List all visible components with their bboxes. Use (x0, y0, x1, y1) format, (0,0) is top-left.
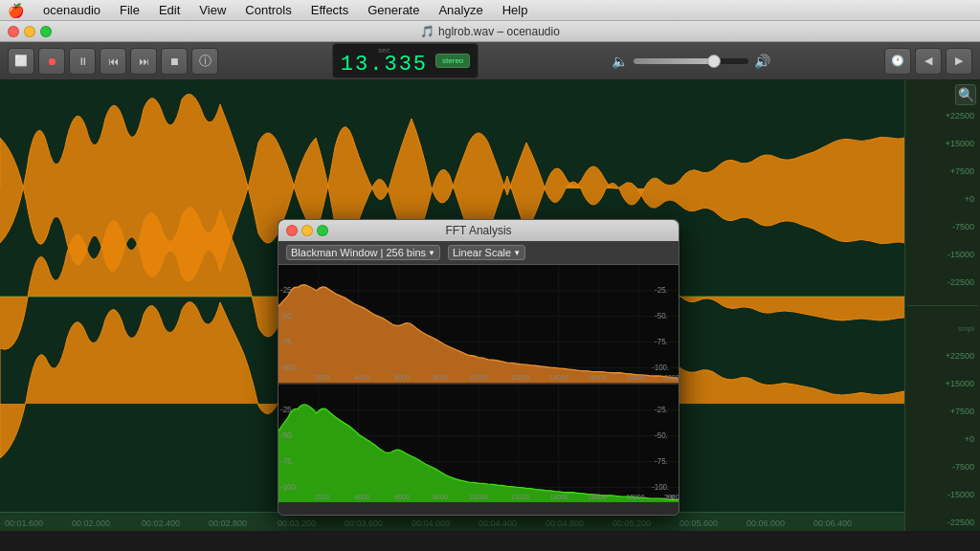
svg-text:10000: 10000 (469, 373, 487, 382)
svg-text:-100.: -100. (652, 363, 669, 371)
fft-chart-area: -25. -50. -75. -100. -25. -50. -75. -100… (278, 265, 679, 502)
info-button[interactable]: ⓘ (191, 48, 218, 75)
svg-text:6000: 6000 (394, 373, 409, 382)
scale-n7500-1: -7500 (907, 222, 978, 231)
svg-text:-25.: -25. (280, 286, 294, 295)
volume-thumb[interactable] (707, 55, 721, 68)
svg-text:2000: 2000 (315, 373, 329, 382)
menu-view[interactable]: View (191, 1, 234, 19)
record-button[interactable]: ⏺ (38, 48, 65, 75)
minimize-button[interactable] (24, 26, 35, 37)
timeline-label-5: 00:03.600 (345, 518, 383, 528)
svg-text:16000: 16000 (588, 493, 606, 501)
svg-text:-50.: -50. (655, 430, 668, 439)
time-display: sec 13.335 stereo (332, 43, 479, 78)
fft-minimize-button[interactable] (301, 225, 313, 236)
fft-window-dropdown[interactable]: Blackman Window | 256 bins ▼ (286, 245, 440, 260)
timeline-label-3: 00:02.800 (209, 518, 247, 528)
timeline-label-12: 00:06.400 (813, 518, 852, 528)
volume-fill (634, 58, 714, 64)
menu-effects[interactable]: Effects (303, 1, 357, 19)
menu-edit[interactable]: Edit (151, 1, 188, 19)
menu-help[interactable]: Help (495, 1, 536, 19)
svg-text:18000: 18000 (626, 493, 644, 501)
title-bar: 🎵 hglrob.wav – ocenaudio (0, 21, 980, 42)
fft-scale-dropdown[interactable]: Linear Scale ▼ (448, 245, 525, 260)
zoom-button[interactable]: 🔍 (955, 84, 976, 105)
maximize-button[interactable] (40, 26, 52, 37)
svg-text:16000: 16000 (588, 373, 606, 382)
menu-controls[interactable]: Controls (237, 1, 299, 19)
timeline-label-7: 00:04.400 (479, 518, 517, 528)
title-label: hglrob.wav – ocenaudio (438, 25, 560, 38)
nav-back-button[interactable]: ◀ (915, 48, 942, 75)
menu-generate[interactable]: Generate (360, 1, 427, 19)
volume-high-icon: 🔊 (754, 54, 770, 69)
scale-7500-1: +7500 (907, 166, 978, 176)
svg-text:10000: 10000 (469, 493, 487, 501)
svg-text:-100.: -100. (280, 363, 298, 371)
fft-channel-1: -25. -50. -75. -100. -25. -50. -75. -100… (278, 265, 679, 385)
fft-maximize-button[interactable] (317, 225, 328, 236)
scale-7500-2: +7500 (907, 407, 978, 416)
window-traffic-lights (8, 26, 52, 37)
fft-close-button[interactable] (286, 225, 298, 236)
scale-n22500-2: -22500 (907, 518, 978, 527)
fft-title-bar: FFT Analysis (278, 220, 679, 241)
scale-22500-2: +22500 (907, 351, 978, 361)
right-controls: 🕐 ◀ ▶ (884, 48, 972, 75)
scale-0-1: +0 (907, 194, 978, 204)
svg-text:6000: 6000 (394, 493, 409, 501)
clock-button[interactable]: 🕐 (884, 48, 911, 75)
apple-logo-icon[interactable]: 🍎 (8, 3, 24, 18)
svg-text:18000: 18000 (626, 373, 644, 382)
svg-text:8000: 8000 (433, 373, 447, 382)
fft-channel-2-svg: -25. -50. -75. -100. -25. -50. -75. -100… (278, 385, 679, 503)
toolbar: ⬜ ⏺ ⏸ ⏮ ⏭ ⏹ ⓘ sec 13.335 stereo 🔈 🔊 🕐 (0, 42, 980, 80)
svg-text:-100.: -100. (652, 482, 669, 491)
svg-text:Hz: Hz (667, 493, 676, 501)
menu-bar: 🍎 ocenaudio File Edit View Controls Effe… (0, 0, 980, 21)
fastforward-button[interactable]: ⏭ (130, 48, 157, 75)
menu-analyze[interactable]: Analyze (431, 1, 490, 19)
svg-text:-50.: -50. (280, 312, 294, 320)
svg-text:12000: 12000 (511, 493, 529, 501)
scale-0-2: +0 (907, 434, 978, 444)
svg-text:4000: 4000 (355, 493, 369, 501)
stereo-badge: stereo (435, 54, 470, 68)
svg-text:14000: 14000 (550, 493, 568, 501)
svg-text:-25.: -25. (655, 286, 668, 295)
window-title: 🎵 hglrob.wav – ocenaudio (420, 25, 560, 38)
fft-analysis-window[interactable]: FFT Analysis Blackman Window | 256 bins … (278, 219, 679, 516)
svg-text:14000: 14000 (550, 373, 568, 382)
scale-15000-2: +15000 (907, 379, 978, 388)
stop-box-button[interactable]: ⬜ (8, 48, 34, 75)
timeline-label-8: 00:04.800 (546, 518, 584, 528)
menu-file[interactable]: File (112, 1, 147, 19)
svg-text:-100.: -100. (280, 482, 298, 491)
close-button[interactable] (8, 26, 19, 37)
timeline-label-2: 00:02.400 (142, 518, 180, 528)
stop-button[interactable]: ⏹ (161, 48, 188, 75)
main-area: 00:01.600 00:02.000 00:02.400 00:02.800 … (0, 80, 980, 531)
scale-dropdown-arrow-icon: ▼ (513, 249, 521, 257)
time-value: 13.335 (341, 55, 428, 76)
nav-forward-button[interactable]: ▶ (946, 48, 972, 75)
fft-traffic-lights (286, 225, 328, 236)
fft-title-label: FFT Analysis (445, 224, 511, 237)
rewind-button[interactable]: ⏮ (100, 48, 126, 75)
pause-button[interactable]: ⏸ (69, 48, 96, 75)
timeline-label-4: 00:03.200 (278, 518, 316, 528)
timeline-label-9: 00:05.200 (612, 518, 651, 528)
right-scale-panel: 🔍 smpl +22500 +15000 +7500 +0 -7500 -150… (904, 80, 980, 531)
volume-slider[interactable] (634, 58, 748, 64)
menu-ocenaudio[interactable]: ocenaudio (35, 1, 108, 19)
svg-text:2000: 2000 (315, 493, 329, 501)
timeline-label-6: 00:04.000 (412, 518, 450, 528)
svg-text:-75.: -75. (655, 456, 668, 465)
svg-text:4000: 4000 (355, 373, 369, 382)
svg-text:-25.: -25. (280, 405, 294, 413)
scale-22500-1: +22500 (907, 111, 978, 121)
volume-low-icon: 🔈 (612, 54, 628, 69)
scale-bot-label: smpl (907, 324, 978, 333)
